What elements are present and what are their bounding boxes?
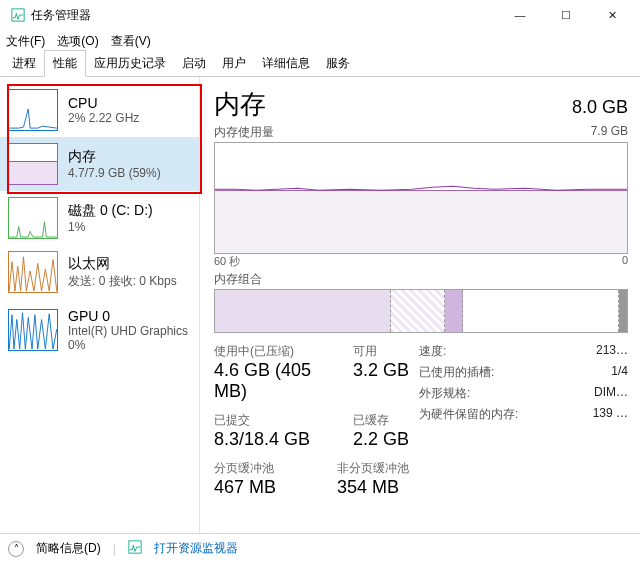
tab-services[interactable]: 服务 xyxy=(318,51,358,76)
ethernet-label: 以太网 xyxy=(68,255,177,273)
form-key: 外形规格: xyxy=(419,385,470,402)
axis-right: 0 xyxy=(622,254,628,269)
sidebar-item-ethernet[interactable]: 以太网 发送: 0 接收: 0 Kbps xyxy=(0,245,199,299)
ethernet-mini-chart xyxy=(8,251,58,293)
gpu-sub: Intel(R) UHD Graphics xyxy=(68,324,188,338)
title-bar: 任务管理器 — ☐ ✕ xyxy=(0,0,640,30)
main-panel: 内存 8.0 GB 内存使用量 7.9 GB 60 秒 0 内存组合 使用中( xyxy=(200,77,640,533)
axis-left: 60 秒 xyxy=(214,254,240,269)
tab-users[interactable]: 用户 xyxy=(214,51,254,76)
menu-view[interactable]: 查看(V) xyxy=(111,33,151,50)
tab-bar: 进程 性能 应用历史记录 启动 用户 详细信息 服务 xyxy=(0,52,640,77)
gpu-sub2: 0% xyxy=(68,338,188,352)
tab-startup[interactable]: 启动 xyxy=(174,51,214,76)
minimize-button[interactable]: — xyxy=(497,0,543,30)
tab-processes[interactable]: 进程 xyxy=(4,51,44,76)
footer: ˄ 简略信息(D) | 打开资源监视器 xyxy=(0,533,640,563)
hwres-key: 为硬件保留的内存: xyxy=(419,406,518,423)
memory-sub: 4.7/7.9 GB (59%) xyxy=(68,166,161,180)
disk-mini-chart xyxy=(8,197,58,239)
sidebar-item-gpu[interactable]: GPU 0 Intel(R) UHD Graphics 0% xyxy=(0,299,199,361)
memory-composition-chart xyxy=(214,289,628,333)
nonpaged-label: 非分页缓冲池 xyxy=(337,460,409,477)
slots-key: 已使用的插槽: xyxy=(419,364,494,381)
paged-label: 分页缓冲池 xyxy=(214,460,321,477)
chevron-up-icon[interactable]: ˄ xyxy=(8,541,24,557)
form-val: DIM… xyxy=(594,385,628,402)
nonpaged-value: 354 MB xyxy=(337,477,409,498)
in-use-value: 4.6 GB (405 MB) xyxy=(214,360,337,402)
available-label: 可用 xyxy=(353,343,409,360)
committed-value: 8.3/18.4 GB xyxy=(214,429,337,450)
sidebar-item-cpu[interactable]: CPU 2% 2.22 GHz xyxy=(0,83,199,137)
cached-label: 已缓存 xyxy=(353,412,409,429)
memory-mini-chart xyxy=(8,143,58,185)
sidebar-item-disk[interactable]: 磁盘 0 (C: D:) 1% xyxy=(0,191,199,245)
page-title: 内存 xyxy=(214,87,266,122)
sidebar-item-memory[interactable]: 内存 4.7/7.9 GB (59%) xyxy=(0,137,199,191)
paged-value: 467 MB xyxy=(214,477,321,498)
gpu-mini-chart xyxy=(8,309,58,351)
cpu-sub: 2% 2.22 GHz xyxy=(68,111,139,125)
memory-usage-chart xyxy=(214,142,628,254)
cpu-label: CPU xyxy=(68,95,139,111)
tab-performance[interactable]: 性能 xyxy=(44,50,86,77)
disk-sub: 1% xyxy=(68,220,153,234)
menu-file[interactable]: 文件(F) xyxy=(6,33,45,50)
open-resource-monitor-link[interactable]: 打开资源监视器 xyxy=(154,540,238,557)
total-memory: 8.0 GB xyxy=(572,97,628,118)
ethernet-sub: 发送: 0 接收: 0 Kbps xyxy=(68,273,177,290)
window-title: 任务管理器 xyxy=(31,7,91,24)
memory-label: 内存 xyxy=(68,148,161,166)
gpu-label: GPU 0 xyxy=(68,308,188,324)
slots-val: 1/4 xyxy=(611,364,628,381)
committed-label: 已提交 xyxy=(214,412,337,429)
fewer-details-link[interactable]: 简略信息(D) xyxy=(36,540,101,557)
usage-chart-max: 7.9 GB xyxy=(591,124,628,141)
composition-label: 内存组合 xyxy=(214,271,262,288)
spec-column: 速度:213… 已使用的插槽:1/4 外形规格:DIM… 为硬件保留的内存:13… xyxy=(419,343,628,508)
menu-options[interactable]: 选项(O) xyxy=(57,33,98,50)
cached-value: 2.2 GB xyxy=(353,429,409,450)
available-value: 3.2 GB xyxy=(353,360,409,381)
maximize-button[interactable]: ☐ xyxy=(543,0,589,30)
monitor-icon xyxy=(128,540,142,557)
disk-label: 磁盘 0 (C: D:) xyxy=(68,202,153,220)
cpu-mini-chart xyxy=(8,89,58,131)
speed-val: 213… xyxy=(596,343,628,360)
hwres-val: 139 … xyxy=(593,406,628,423)
tab-details[interactable]: 详细信息 xyxy=(254,51,318,76)
close-button[interactable]: ✕ xyxy=(589,0,635,30)
in-use-label: 使用中(已压缩) xyxy=(214,343,337,360)
speed-key: 速度: xyxy=(419,343,446,360)
sidebar: CPU 2% 2.22 GHz 内存 4.7/7.9 GB (59%) 磁盘 0… xyxy=(0,77,200,533)
usage-chart-label: 内存使用量 xyxy=(214,124,274,141)
tab-apphistory[interactable]: 应用历史记录 xyxy=(86,51,174,76)
menu-bar: 文件(F) 选项(O) 查看(V) xyxy=(0,30,640,52)
app-icon xyxy=(10,7,26,23)
